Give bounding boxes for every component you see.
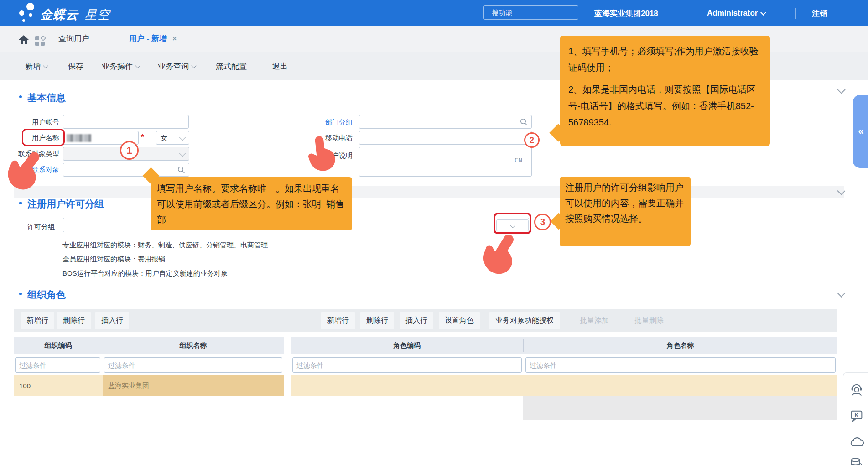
filter-role-code-input[interactable] <box>292 357 522 373</box>
batch-add-button: 批量添加 <box>574 312 615 329</box>
table-cell-org-name[interactable]: 蓝海实业集团 <box>103 375 284 396</box>
collapse-chevron-icon[interactable] <box>837 85 845 94</box>
callout-license-note: 注册用户的许可分组影响用户可以使用的内容，需要正确并按照购买情况选择。 <box>560 177 691 246</box>
toolbar-new-button[interactable]: 新增 <box>25 52 47 80</box>
support-headset-icon[interactable] <box>849 381 864 397</box>
tab-label: 用户 - 新增 <box>129 33 167 44</box>
button-label: 新增行 <box>327 316 349 325</box>
svg-text:K: K <box>854 412 858 418</box>
org-delete-row-button[interactable]: 删除行 <box>57 312 91 329</box>
button-label: 设置角色 <box>445 316 474 325</box>
user-menu[interactable]: Administrator <box>707 0 765 26</box>
filter-org-code-input[interactable] <box>15 357 100 373</box>
mobile-input[interactable] <box>359 131 532 145</box>
user-name: Administrator <box>707 9 758 18</box>
button-label: 流式配置 <box>216 61 247 72</box>
logout-button[interactable]: 注销 <box>812 0 827 26</box>
required-asterisk: * <box>141 133 144 142</box>
step-badge-1: 1 <box>120 141 139 160</box>
col-header-role-code[interactable]: 角色编码 <box>291 337 523 354</box>
account-input[interactable] <box>63 115 189 129</box>
tab-label: 查询用户 <box>58 33 89 44</box>
app-window: 金蝶云 星空 蓝海实业集团2018 Administrator 注销 <box>0 0 868 465</box>
collapse-chevron-icon[interactable] <box>837 289 845 297</box>
toolbar-flow-config-button[interactable]: 流式配置 <box>216 52 247 80</box>
lookup-icon[interactable] <box>520 118 528 126</box>
badge-number: 2 <box>530 136 534 145</box>
button-label: 批量删除 <box>634 316 664 325</box>
button-label: 删除行 <box>366 316 388 325</box>
lookup-icon[interactable] <box>177 166 185 174</box>
toolbar-business-ops-button[interactable]: 业务操作 <box>102 52 140 80</box>
contact-input[interactable] <box>63 163 189 177</box>
role-delete-row-button[interactable]: 删除行 <box>360 312 394 329</box>
chevron-down-icon <box>191 63 196 68</box>
col-header-org-code[interactable]: 组织编码 <box>14 337 103 354</box>
highlight-box-license-dropdown <box>494 213 531 234</box>
tab-user-new[interactable]: 用户 - 新增 × <box>129 26 177 51</box>
table-cell-org-code[interactable]: 100 <box>14 375 103 396</box>
app-grid-icon[interactable] <box>35 36 46 46</box>
button-label: 业务查询 <box>158 61 189 72</box>
company-name[interactable]: 蓝海实业集团2018 <box>594 0 658 26</box>
search-input[interactable] <box>491 8 583 17</box>
logo-text-bold: 金蝶云 <box>40 6 78 23</box>
batch-delete-button: 批量删除 <box>629 312 670 329</box>
badge-number: 1 <box>126 145 132 157</box>
tab-query-user[interactable]: 查询用户 <box>58 26 89 51</box>
license-help-line: 专业应用组对应的模块：财务、制造、供应链、分销管理、电商管理 <box>62 241 268 250</box>
toolbar-exit-button[interactable]: 退出 <box>272 52 288 80</box>
callout-phone-note: 1、填写手机号；必须填写;作为用户激活接收验证码使用； 2、如果是非国内电话，则… <box>560 36 770 146</box>
cloud-icon[interactable] <box>849 434 864 450</box>
button-label: 退出 <box>272 61 288 72</box>
license-group-label: 许可分组 <box>0 223 55 231</box>
callout-text: 2、如果是非国内电话，则要按照【国际电话区号-电话号】的格式填写。例如：香港手机… <box>568 81 762 131</box>
button-label: 批量添加 <box>580 316 609 325</box>
object-permission-button[interactable]: 业务对象功能授权 <box>489 312 560 329</box>
chevron-down-icon <box>43 63 48 68</box>
button-label: 业务对象功能授权 <box>495 316 554 325</box>
callout-text: 注册用户的许可分组影响用户可以使用的内容，需要正确并按照购买情况选择。 <box>565 183 684 224</box>
org-insert-row-button[interactable]: 插入行 <box>95 312 129 329</box>
step-badge-3: 3 <box>534 214 551 230</box>
license-help-line: 全员应用组对应的模块：费用报销 <box>62 255 165 264</box>
section-org-roles-title: 组织角色 <box>27 288 66 301</box>
table-row-role-empty[interactable] <box>291 375 837 396</box>
role-add-row-button[interactable]: 新增行 <box>321 312 355 329</box>
logo-text-light: 星空 <box>85 7 110 23</box>
gender-select[interactable]: 女 <box>156 131 189 145</box>
chevron-down-icon <box>179 134 186 141</box>
toolbar-save-button[interactable]: 保存 <box>68 52 83 80</box>
user-desc-textarea[interactable]: CN <box>359 147 532 177</box>
set-role-button[interactable]: 设置角色 <box>439 312 480 329</box>
button-label: 新增 <box>25 61 41 72</box>
home-icon[interactable] <box>18 35 29 45</box>
chevron-down-icon <box>761 10 767 16</box>
org-add-row-button[interactable]: 新增行 <box>21 312 54 329</box>
filter-role-name-input[interactable] <box>525 357 836 373</box>
grid-toolbar: 新增行 删除行 插入行 新增行 删除行 插入行 设置角色 业务对象功能授权 批量… <box>14 309 837 332</box>
filter-org-name-input[interactable] <box>104 357 282 373</box>
toolbar-business-query-button[interactable]: 业务查询 <box>158 52 196 80</box>
side-panel-collapse-handle[interactable]: « <box>853 95 868 168</box>
data-coins-icon[interactable] <box>849 456 864 465</box>
censored-name-value <box>67 134 91 142</box>
section-separator <box>14 186 844 198</box>
account-label: 用户帐号 <box>5 118 59 127</box>
desc-corner-text: CN <box>515 157 522 164</box>
dept-group-input[interactable] <box>359 115 532 129</box>
role-insert-row-button[interactable]: 插入行 <box>400 312 433 329</box>
table-row-role-name-empty[interactable] <box>523 396 837 420</box>
tab-close-icon[interactable]: × <box>172 35 177 43</box>
col-header-role-name[interactable]: 角色名称 <box>523 337 837 354</box>
k-chat-bubble-icon[interactable]: K <box>849 408 864 423</box>
top-header-bar: 金蝶云 星空 蓝海实业集团2018 Administrator 注销 <box>0 0 868 26</box>
dept-group-label[interactable]: 部门分组 <box>298 118 353 127</box>
function-search[interactable] <box>483 5 578 20</box>
double-chevron-left-icon: « <box>858 125 863 137</box>
button-label: 插入行 <box>405 316 427 325</box>
callout-text: 填写用户名称。要求名称唯一。如果出现重名可以使用前缀或者后缀区分。例如：张明_销… <box>157 183 344 225</box>
cell-value: 100 <box>19 382 31 390</box>
col-header-org-name[interactable]: 组织名称 <box>103 337 284 354</box>
gender-value: 女 <box>161 134 167 142</box>
